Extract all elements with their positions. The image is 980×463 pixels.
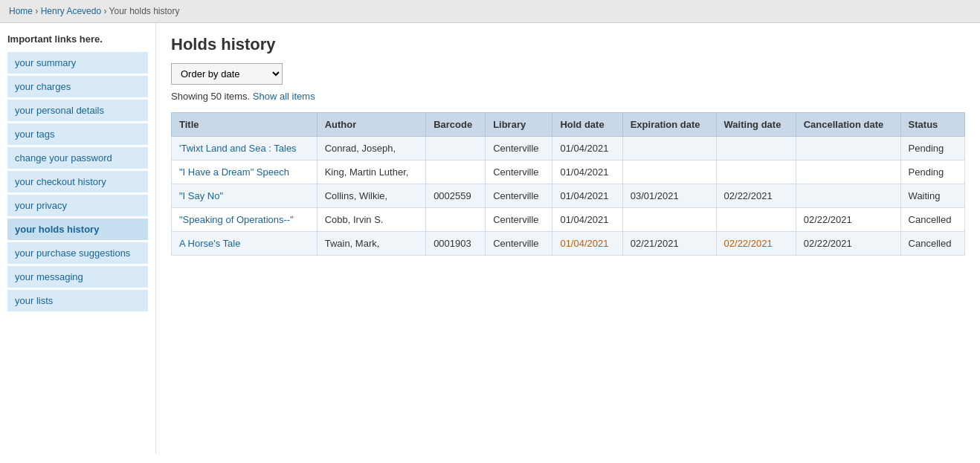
table-body: 'Twixt Land and Sea : TalesConrad, Josep… (172, 137, 965, 256)
sidebar-item-charges[interactable]: your charges (7, 76, 148, 97)
cell-expiration_date (622, 137, 716, 161)
cell-barcode (426, 137, 486, 161)
table-row: A Horse's TaleTwain, Mark,0001903Centerv… (172, 232, 965, 256)
cell-title[interactable]: "Speaking of Operations--" (172, 208, 317, 232)
cell-barcode (426, 208, 486, 232)
cell-cancellation_date (796, 184, 900, 208)
cell-waiting_date: 02/22/2021 (716, 232, 796, 256)
cell-hold_date: 01/04/2021 (552, 232, 622, 256)
title-link[interactable]: A Horse's Tale (179, 238, 240, 249)
cell-cancellation_date: 02/22/2021 (796, 208, 900, 232)
cell-title[interactable]: "I Have a Dream" Speech (172, 161, 317, 184)
cell-waiting_date: 02/22/2021 (716, 184, 796, 208)
cell-status: Pending (900, 137, 964, 161)
cell-hold_date: 01/04/2021 (552, 137, 622, 161)
page-title: Holds history (171, 35, 965, 54)
cell-library: Centerville (486, 137, 552, 161)
col-header-expiration-date: Expiration date (622, 113, 716, 137)
cell-status: Cancelled (900, 208, 964, 232)
cell-cancellation_date (796, 161, 900, 184)
cell-title[interactable]: "I Say No" (172, 184, 317, 208)
sidebar-item-lists[interactable]: your lists (7, 290, 148, 311)
sidebar-item-checkout-history[interactable]: your checkout history (7, 171, 148, 192)
breadcrumb: Home › Henry Acevedo › Your holds histor… (0, 0, 980, 23)
col-header-library: Library (486, 113, 552, 137)
main-layout: Important links here. your summaryyour c… (0, 23, 980, 454)
table-row: 'Twixt Land and Sea : TalesConrad, Josep… (172, 137, 965, 161)
sidebar-item-privacy[interactable]: your privacy (7, 195, 148, 216)
cell-expiration_date (622, 208, 716, 232)
cell-barcode: 0002559 (426, 184, 486, 208)
cell-expiration_date (622, 161, 716, 184)
cell-hold_date: 01/04/2021 (552, 184, 622, 208)
table-header: TitleAuthorBarcodeLibraryHold dateExpira… (172, 113, 965, 137)
cell-library: Centerville (486, 208, 552, 232)
cell-status: Pending (900, 161, 964, 184)
cell-waiting_date (716, 161, 796, 184)
title-link[interactable]: 'Twixt Land and Sea : Tales (179, 143, 297, 154)
show-all-link[interactable]: Show all items (253, 91, 315, 102)
cell-cancellation_date: 02/22/2021 (796, 232, 900, 256)
cell-author: Collins, Wilkie, (317, 184, 425, 208)
cell-library: Centerville (486, 184, 552, 208)
cell-library: Centerville (486, 232, 552, 256)
title-link[interactable]: "I Say No" (179, 190, 223, 201)
sidebar-item-summary[interactable]: your summary (7, 52, 148, 74)
breadcrumb-home[interactable]: Home (9, 6, 33, 16)
cell-status: Cancelled (900, 232, 964, 256)
col-header-hold-date: Hold date (552, 113, 622, 137)
col-header-cancellation-date: Cancellation date (796, 113, 900, 137)
table-row: "I Have a Dream" SpeechKing, Martin Luth… (172, 161, 965, 184)
cell-hold_date: 01/04/2021 (552, 208, 622, 232)
sidebar-item-holds-history[interactable]: your holds history (7, 218, 148, 240)
order-controls: Order by dateOrder by titleOrder by auth… (171, 63, 965, 85)
cell-waiting_date (716, 208, 796, 232)
col-header-title: Title (172, 113, 317, 137)
cell-barcode (426, 161, 486, 184)
cell-author: Conrad, Joseph, (317, 137, 425, 161)
breadcrumb-user[interactable]: Henry Acevedo (41, 6, 101, 16)
showing-count: Showing 50 items. (171, 91, 250, 102)
showing-text: Showing 50 items. Show all items (171, 91, 965, 102)
cell-title[interactable]: 'Twixt Land and Sea : Tales (172, 137, 317, 161)
order-select[interactable]: Order by dateOrder by titleOrder by auth… (171, 63, 283, 85)
title-link[interactable]: "Speaking of Operations--" (179, 214, 294, 225)
table-row: "I Say No"Collins, Wilkie,0002559Centerv… (172, 184, 965, 208)
cell-author: Twain, Mark, (317, 232, 425, 256)
title-link[interactable]: "I Have a Dream" Speech (179, 166, 289, 178)
cell-author: King, Martin Luther, (317, 161, 425, 184)
sidebar-item-purchase-suggestions[interactable]: your purchase suggestions (7, 242, 148, 264)
sidebar-item-tags[interactable]: your tags (7, 123, 148, 145)
holds-table: TitleAuthorBarcodeLibraryHold dateExpira… (171, 112, 965, 256)
breadcrumb-current: Your holds history (109, 6, 180, 16)
col-header-barcode: Barcode (426, 113, 486, 137)
cell-author: Cobb, Irvin S. (317, 208, 425, 232)
cell-waiting_date (716, 137, 796, 161)
cell-title[interactable]: A Horse's Tale (172, 232, 317, 256)
table-row: "Speaking of Operations--"Cobb, Irvin S.… (172, 208, 965, 232)
sidebar: Important links here. your summaryyour c… (0, 23, 156, 454)
cell-expiration_date: 02/21/2021 (622, 232, 716, 256)
cell-status: Waiting (900, 184, 964, 208)
cell-library: Centerville (486, 161, 552, 184)
sidebar-item-personal-details[interactable]: your personal details (7, 100, 148, 121)
col-header-status: Status (900, 113, 964, 137)
col-header-waiting-date: Waiting date (716, 113, 796, 137)
sidebar-nav: your summaryyour chargesyour personal de… (7, 52, 148, 311)
sidebar-item-change-password[interactable]: change your password (7, 147, 148, 169)
cell-barcode: 0001903 (426, 232, 486, 256)
cell-hold_date: 01/04/2021 (552, 161, 622, 184)
main-content: Holds history Order by dateOrder by titl… (156, 23, 980, 454)
sidebar-item-messaging[interactable]: your messaging (7, 266, 148, 288)
sidebar-heading: Important links here. (7, 33, 148, 45)
cell-expiration_date: 03/01/2021 (622, 184, 716, 208)
col-header-author: Author (317, 113, 425, 137)
cell-cancellation_date (796, 137, 900, 161)
